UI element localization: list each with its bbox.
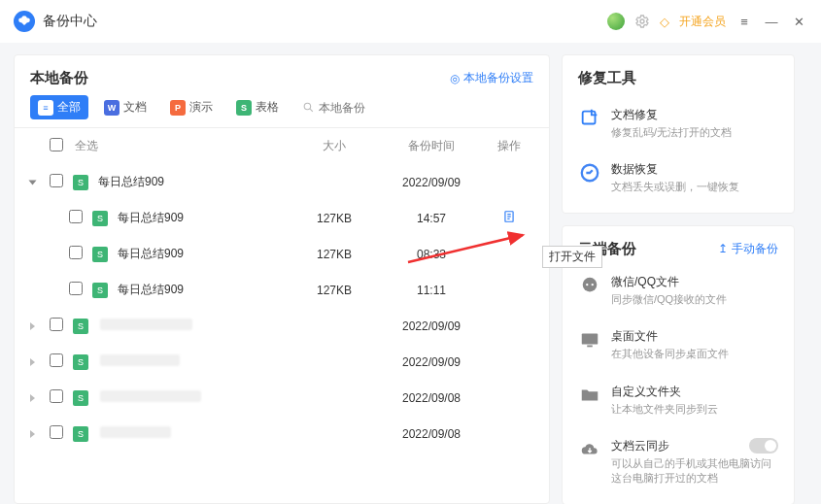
col-select-all-label[interactable]: 全选 [73,138,291,154]
col-time: 备份时间 [378,138,485,154]
file-time: 08:33 [378,248,485,261]
file-time: 14:57 [378,212,485,225]
vip-icon: ◇ [660,15,669,29]
local-backup-settings-link[interactable]: ◎ 本地备份设置 [450,70,533,86]
row-checkbox[interactable] [50,425,63,439]
file-size: 127KB [291,248,378,261]
close-button[interactable]: ✕ [790,13,807,30]
repair-item[interactable]: 数据恢复文档丢失或误删，一键恢复 [578,153,778,208]
tab-all[interactable]: ≡全部 [30,95,88,119]
search-icon [302,101,315,114]
gear-icon[interactable] [634,14,650,29]
svg-point-1 [304,103,311,110]
local-backup-title: 本地备份 [30,69,88,87]
table-row[interactable]: S2022/09/08 [15,416,549,452]
table-row[interactable]: S2022/09/08 [15,380,549,416]
repair-item[interactable]: 文档修复修复乱码/无法打开的文档 [578,99,778,153]
cloud-item-desc: 让本地文件夹同步到云 [611,402,778,417]
file-size: 127KB [291,212,378,225]
local-settings-label: 本地备份设置 [463,70,533,86]
file-time: 2022/09/08 [378,427,485,441]
avatar[interactable] [607,13,625,30]
upload-icon: ↥ [718,242,728,255]
row-checkbox[interactable] [50,389,63,403]
row-checkbox[interactable] [69,282,83,295]
spreadsheet-icon: S [92,247,108,262]
cloud-item-title: 自定义文件夹 [611,384,778,400]
svg-point-10 [586,284,588,286]
file-name[interactable] [92,390,291,405]
open-file-button[interactable] [485,210,533,226]
minimize-button[interactable]: — [763,13,780,30]
table-row[interactable]: S2022/09/09 [15,308,549,344]
open-vip-link[interactable]: 开通会员 [679,14,726,30]
expand-toggle[interactable] [30,176,50,189]
spreadsheet-icon: S [92,283,108,298]
tab-xls[interactable]: S表格 [228,95,287,119]
tab-doc-label: 文档 [123,99,147,116]
repair-title: 修复工具 [578,69,778,87]
cloud-item-desc: 在其他设备同步桌面文件 [611,347,778,361]
expand-toggle[interactable] [30,391,50,405]
cloud-item-desc: 可以从自己的手机或其他电脑访问这台电脑打开过的文档 [611,456,778,487]
table-row[interactable]: S每日总结9092022/09/09 [15,164,549,200]
svg-rect-7 [583,112,596,124]
file-name[interactable] [92,319,291,333]
menu-button[interactable]: ≡ [735,13,753,30]
app-logo [14,11,35,32]
select-all-checkbox[interactable] [50,138,63,151]
file-time: 2022/09/09 [378,319,485,333]
recover-icon [578,161,601,185]
folder-icon [578,384,601,407]
repair-item-title: 文档修复 [611,107,732,123]
tab-xls-label: 表格 [256,99,279,116]
manual-backup-label: 手动备份 [732,241,778,257]
file-name[interactable] [92,354,291,369]
file-name[interactable]: 每日总结909 [112,282,291,298]
svg-rect-12 [582,334,599,345]
search-box[interactable] [302,101,377,115]
sync-toggle[interactable] [749,438,778,454]
tab-doc[interactable]: W文档 [96,95,154,119]
table-row[interactable]: S每日总结909127KB14:57 [15,200,549,236]
row-checkbox[interactable] [69,246,83,259]
file-name[interactable]: 每日总结909 [112,246,291,262]
cloud-item-title: 桌面文件 [611,328,778,345]
cloud-item[interactable]: 桌面文件在其他设备同步桌面文件 [578,320,778,375]
row-checkbox[interactable] [50,174,63,187]
cloud-item[interactable]: 微信/QQ文件同步微信/QQ接收的文件 [578,266,778,320]
expand-toggle[interactable] [30,427,50,441]
spreadsheet-icon: S [73,175,88,190]
svg-line-2 [310,109,313,112]
row-checkbox[interactable] [50,318,63,331]
search-input[interactable] [319,101,377,115]
col-op: 操作 [485,138,533,154]
repair-item-desc: 修复乱码/无法打开的文档 [611,125,732,140]
spreadsheet-icon: S [73,354,88,370]
row-checkbox[interactable] [69,210,83,223]
spreadsheet-icon: S [73,390,88,406]
spreadsheet-icon: S [92,211,108,226]
svg-point-9 [583,278,598,292]
file-name[interactable]: 每日总结909 [112,210,291,226]
table-row[interactable]: S每日总结909127KB11:11 [15,272,549,308]
cloud-icon [578,438,601,461]
expand-toggle[interactable] [30,355,50,369]
file-name[interactable]: 每日总结909 [92,174,291,190]
row-checkbox[interactable] [50,353,63,367]
app-title: 备份中心 [43,13,97,30]
expand-toggle[interactable] [30,319,50,333]
file-time: 2022/09/08 [378,391,485,405]
cloud-item[interactable]: 文档云同步可以从自己的手机或其他电脑访问这台电脑打开过的文档 [578,430,778,500]
cloud-item[interactable]: 自定义文件夹让本地文件夹同步到云 [578,376,778,430]
table-row[interactable]: S2022/09/09 [15,344,549,380]
file-time: 11:11 [378,284,485,297]
file-time: 2022/09/09 [378,355,485,369]
cloud-item-desc: 同步微信/QQ接收的文件 [611,292,778,307]
table-row[interactable]: S每日总结909127KB08:33 [15,236,549,272]
cloud-item-title: 文档云同步 [611,438,778,454]
tab-ppt[interactable]: P演示 [162,95,221,119]
tab-all-label: 全部 [57,99,81,116]
manual-backup-link[interactable]: ↥ 手动备份 [718,241,778,257]
file-name[interactable] [92,426,291,441]
